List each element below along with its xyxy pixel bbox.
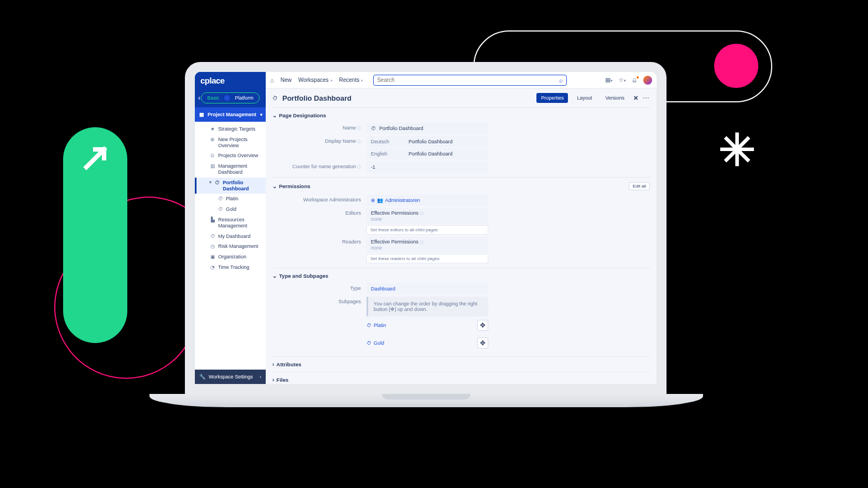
nav-time-tracking[interactable]: ◔Time Tracking	[195, 262, 266, 273]
subpage-platin[interactable]: ⏱Platin✥	[366, 316, 488, 334]
sidebar-back-button[interactable]: ‹	[198, 94, 200, 102]
nav-strategic-targets[interactable]: ★Strategic Targets	[195, 124, 266, 134]
workspace-name: Project Management	[208, 112, 256, 117]
field-counter[interactable]: -1	[366, 162, 488, 173]
search-box[interactable]: ⌕	[373, 75, 567, 86]
label-subpages: Subpages	[272, 297, 366, 304]
topbar-new[interactable]: New	[281, 77, 292, 83]
label-display-name: Display Name	[272, 136, 366, 144]
apps-icon[interactable]: ▦▾	[605, 76, 613, 84]
nav-platin[interactable]: ⏱Platin	[195, 194, 266, 204]
favorite-icon[interactable]: ☆▾	[618, 76, 626, 84]
set-readers-button[interactable]: Set these readers to all child pages	[366, 254, 488, 263]
notifications-icon[interactable]: 🕭	[632, 77, 638, 84]
toggle-basic[interactable]: Basic	[203, 94, 224, 102]
field-display-name-de[interactable]: DeutschPortfolio Dashboard	[366, 136, 488, 147]
field-ws-admins[interactable]: ⊕ 👥Administratoren	[366, 195, 488, 206]
nav-projects-overview[interactable]: ⊙Projects Overview	[195, 150, 266, 161]
tab-versions[interactable]: Versions	[601, 93, 629, 103]
page-title: Portfolio Dashboard	[282, 94, 352, 102]
drag-handle-icon[interactable]: ✥	[477, 338, 488, 349]
nav-ressources-management[interactable]: ▙Ressources Management	[195, 215, 266, 231]
field-name[interactable]: ⏱Portfolio Dashboard	[366, 123, 488, 134]
tab-properties[interactable]: Properties	[536, 93, 568, 103]
search-icon[interactable]: ⌕	[559, 77, 563, 84]
nav-management-dashboard[interactable]: ▥Management Dashboard	[195, 161, 266, 178]
nav-new-projects[interactable]: ⊕New Projects Overview	[195, 134, 266, 151]
label-editors: Editors	[272, 208, 366, 216]
section-files[interactable]: ›Files	[272, 375, 650, 384]
section-page-designations[interactable]: ⌄Page Designations	[272, 110, 650, 121]
subpages-hint: You can change the order by dragging the…	[366, 297, 488, 316]
field-type[interactable]: Dashboard	[366, 283, 488, 294]
dashboard-icon: ⏱	[272, 95, 278, 101]
section-type-subpages[interactable]: ⌄Type and Subpages	[272, 271, 650, 281]
topbar-recents[interactable]: Recents	[339, 77, 364, 83]
user-avatar[interactable]	[643, 76, 652, 85]
workspace-settings-button[interactable]: 🔧Workspace Settings›	[195, 370, 266, 384]
toggle-platform[interactable]: Platform	[230, 94, 258, 102]
brand-logo: cplace	[200, 76, 225, 85]
tab-more-button[interactable]: ⋯	[643, 94, 650, 102]
label-type: Type	[272, 283, 366, 291]
drag-handle-icon[interactable]: ✥	[477, 320, 488, 331]
nav-portfolio-dashboard[interactable]: ▾⏱Portfolio Dashboard	[195, 178, 266, 194]
field-editors[interactable]: Effective Permissions none	[366, 208, 488, 224]
search-input[interactable]	[377, 77, 559, 83]
nav-risk-management[interactable]: ◷Risk Management	[195, 241, 266, 252]
label-name: Name	[272, 123, 366, 131]
home-icon[interactable]: ⌂	[270, 77, 274, 84]
label-ws-admins: Workspace Administrators	[272, 195, 366, 203]
label-readers: Readers	[272, 237, 366, 245]
set-editors-button[interactable]: Set these editors to all child pages	[366, 225, 488, 235]
nav-organization[interactable]: ▣Organization	[195, 252, 266, 262]
field-readers[interactable]: Effective Permissions none	[366, 237, 488, 253]
section-permissions[interactable]: ⌄Permissions Edit all	[272, 180, 650, 193]
label-counter: Counter for name generation	[272, 162, 366, 170]
nav-gold[interactable]: ⏱Gold	[195, 204, 266, 215]
nav-my-dashboard[interactable]: ⏱My Dashboard	[195, 231, 266, 242]
edit-all-button[interactable]: Edit all	[629, 182, 650, 190]
subpage-gold[interactable]: ⏱Gold✥	[366, 334, 488, 352]
section-attributes[interactable]: ›Attributes	[272, 359, 650, 370]
topbar-workspaces[interactable]: Workspaces	[298, 77, 333, 83]
tab-layout[interactable]: Layout	[572, 93, 596, 103]
workspace-header[interactable]: ▦ Project Management ▾	[195, 107, 266, 122]
tab-close-button[interactable]: ✕	[633, 95, 638, 102]
field-display-name-en[interactable]: EnglishPortfolio Dashboard	[366, 148, 488, 159]
mode-toggle[interactable]: Basic Platform	[201, 92, 260, 103]
